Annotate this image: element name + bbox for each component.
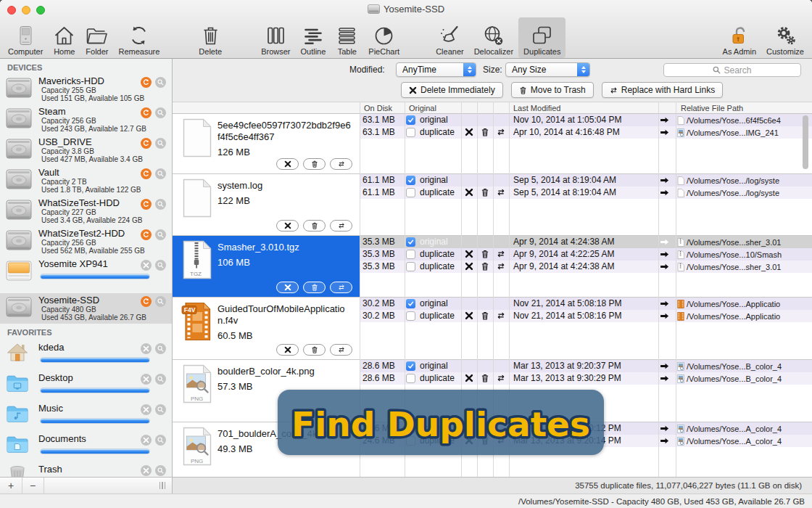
inspect-device-button[interactable]	[155, 199, 166, 210]
sidebar-favorite-music[interactable]: Music	[0, 400, 172, 430]
file-cell[interactable]: Smasher_3.010.tgz 106 MB	[173, 236, 360, 297]
remeasure-device-button[interactable]	[141, 107, 152, 118]
file-path[interactable]: /Volumes/Yose...Applicatio	[677, 298, 811, 309]
search-input[interactable]: Search	[663, 63, 801, 77]
toolbar-folder[interactable]: Folder	[80, 17, 113, 58]
delete-group-button[interactable]	[276, 344, 299, 356]
inspect-device-button[interactable]	[155, 107, 166, 118]
file-cell[interactable]: 5ee49cfee0597f73072bdb2f9e6f4f5c6e4ff367…	[173, 114, 360, 173]
toolbar-delocalizer[interactable]: Delocalizer	[469, 17, 518, 58]
toolbar-as-admin[interactable]: As Admin	[718, 17, 761, 58]
original-checkbox[interactable]	[406, 128, 415, 137]
sidebar-favorite-kdeda[interactable]: kdeda	[0, 339, 172, 369]
file-path[interactable]: /Volumes/Yose...B_color_4	[677, 373, 811, 384]
delete-row-button[interactable]	[461, 374, 477, 385]
file-path[interactable]: /Volumes/Yose...6f4f5c6e4	[677, 115, 811, 126]
link-row-button[interactable]	[493, 374, 509, 385]
link-group-button[interactable]	[330, 220, 352, 232]
file-path[interactable]: /Volumes/Yose...A_color_4	[677, 435, 811, 446]
column-header-path[interactable]: Relative File Path	[681, 103, 743, 113]
toolbar-duplicates[interactable]: Duplicates	[518, 17, 566, 58]
file-path[interactable]: /Volumes/Yose...A_color_4	[677, 423, 811, 434]
delete-immediately-button[interactable]: Delete Immediately	[401, 82, 503, 98]
inspect-device-button[interactable]	[155, 229, 166, 240]
file-path[interactable]: /Volumes/Yose...Applicatio	[677, 311, 811, 321]
link-row-button[interactable]	[493, 262, 509, 273]
link-group-button[interactable]	[330, 158, 352, 170]
remeasure-device-button[interactable]	[141, 168, 152, 179]
original-checkbox[interactable]	[406, 250, 415, 259]
file-path[interactable]: /Volumes/Yose...IMG_241	[677, 127, 811, 138]
link-group-button[interactable]	[330, 282, 352, 293]
trash-row-button[interactable]	[477, 262, 493, 273]
toolbar-cleaner[interactable]: Cleaner	[431, 17, 469, 58]
trash-row-button[interactable]	[477, 374, 493, 385]
original-checkbox[interactable]	[406, 237, 415, 247]
original-checkbox[interactable]	[406, 176, 415, 185]
duplicate-row[interactable]: 35.3 MB duplicate Apr 9, 2014 at 4:22:25…	[360, 248, 812, 261]
link-row-button[interactable]	[493, 250, 509, 261]
sidebar-device-usb-drive[interactable]: USB_DRIVE Capacity 3.8 GB Used 427 MB, A…	[0, 135, 172, 165]
file-cell[interactable]: system.log 122 MB	[173, 174, 360, 235]
link-row-button[interactable]	[493, 311, 509, 322]
duplicate-row[interactable]: 28.6 MB duplicate Mar 13, 2013 at 9:30:2…	[360, 372, 812, 385]
sidebar-device-mavericks-hdd[interactable]: Mavericks-HDD Capacity 255 GB Used 151 G…	[0, 74, 172, 105]
toolbar-computer[interactable]: Computer	[3, 17, 48, 58]
toolbar-browser[interactable]: Browser	[256, 17, 295, 58]
cancel-measure-button[interactable]	[141, 435, 152, 446]
file-path[interactable]: /Volumes/Yose...10/Smash	[677, 249, 811, 260]
sidebar-device-whatsizetest-hdd[interactable]: WhatSizeTest-HDD Capacity 227 GB Used 3.…	[0, 196, 172, 226]
remove-favorite-button[interactable]: −	[22, 478, 44, 493]
original-checkbox[interactable]	[406, 361, 415, 371]
inspect-folder-button[interactable]	[155, 465, 166, 476]
inspect-device-button[interactable]	[155, 77, 166, 88]
trash-group-button[interactable]	[303, 220, 326, 232]
sidebar-device-vault[interactable]: Vault Capacity 2 TB Used 1.8 TB, Availab…	[0, 165, 172, 196]
duplicate-row[interactable]: 61.1 MB original Sep 5, 2014 at 8:19:04 …	[360, 174, 812, 187]
move-to-trash-button[interactable]: Move to Trash	[511, 82, 594, 98]
file-path[interactable]: /Volumes/Yose.../log/syste	[677, 187, 811, 198]
sidebar-favorite-trash[interactable]: Trash	[0, 461, 172, 477]
cancel-measure-button[interactable]	[141, 465, 152, 476]
trash-group-button[interactable]	[303, 344, 326, 356]
toolbar-remeasure[interactable]: Remeasure	[113, 17, 165, 58]
toolbar-delete[interactable]: Delete	[194, 17, 227, 58]
trash-row-button[interactable]	[477, 128, 493, 139]
original-checkbox[interactable]	[406, 299, 415, 308]
file-path[interactable]: /Volumes/Yose...sher_3.01	[677, 261, 811, 272]
delete-row-button[interactable]	[461, 262, 477, 273]
duplicate-row[interactable]: 63.1 MB original Nov 10, 2014 at 1:05:04…	[360, 114, 812, 126]
toolbar-customize[interactable]: Customize	[761, 17, 809, 58]
sidebar-device-yosemite-ssd[interactable]: Yosemite-SSD Capacity 480 GB Used 453 GB…	[0, 293, 172, 324]
file-cell[interactable]: GuidedTourOfMobileApplication.f4v 60.5 M…	[173, 298, 360, 359]
sidebar-device-whatsizetest2-hdd[interactable]: WhatSizeTest2-HDD Capacity 256 GB Used 5…	[0, 226, 172, 257]
toolbar-outline[interactable]: Outline	[295, 17, 331, 58]
trash-group-button[interactable]	[303, 158, 326, 170]
duplicate-group[interactable]: 5ee49cfee0597f73072bdb2f9e6f4f5c6e4ff367…	[173, 114, 812, 174]
remeasure-device-button[interactable]	[141, 296, 152, 307]
delete-row-button[interactable]	[461, 128, 477, 139]
inspect-folder-button[interactable]	[155, 435, 166, 446]
cancel-measure-button[interactable]	[141, 404, 152, 415]
toolbar-piechart[interactable]: PieChart	[363, 17, 405, 58]
duplicate-row-highlighted[interactable]: 35.3 MB original Apr 9, 2014 at 4:24:38 …	[360, 236, 812, 248]
column-header-on-disk[interactable]: On Disk	[364, 103, 392, 113]
inspect-device-button[interactable]	[155, 168, 166, 179]
trash-row-button[interactable]	[477, 250, 493, 261]
duplicate-group-selected[interactable]: Smasher_3.010.tgz 106 MB 35.3 MB origina…	[173, 236, 812, 298]
link-row-button[interactable]	[493, 128, 509, 139]
inspect-device-button[interactable]	[155, 296, 166, 307]
size-dropdown[interactable]: Any Size	[505, 62, 590, 77]
delete-row-button[interactable]	[461, 250, 477, 261]
inspect-folder-button[interactable]	[155, 374, 166, 385]
sidebar-favorite-desktop[interactable]: Desktop	[0, 369, 172, 400]
duplicate-group[interactable]: GuidedTourOfMobileApplication.f4v 60.5 M…	[173, 298, 812, 360]
original-checkbox[interactable]	[406, 262, 415, 271]
original-checkbox[interactable]	[406, 188, 415, 197]
inspect-device-button[interactable]	[155, 260, 166, 271]
duplicate-row[interactable]: 28.6 MB original Mar 13, 2013 at 9:20:37…	[360, 360, 812, 372]
link-row-button[interactable]	[493, 188, 509, 199]
duplicate-row[interactable]: 61.1 MB duplicate Sep 5, 2014 at 8:19:04…	[360, 187, 812, 199]
duplicate-row[interactable]: 63.1 MB duplicate Apr 10, 2014 at 4:16:4…	[360, 126, 812, 139]
cancel-measure-button[interactable]	[141, 343, 152, 354]
